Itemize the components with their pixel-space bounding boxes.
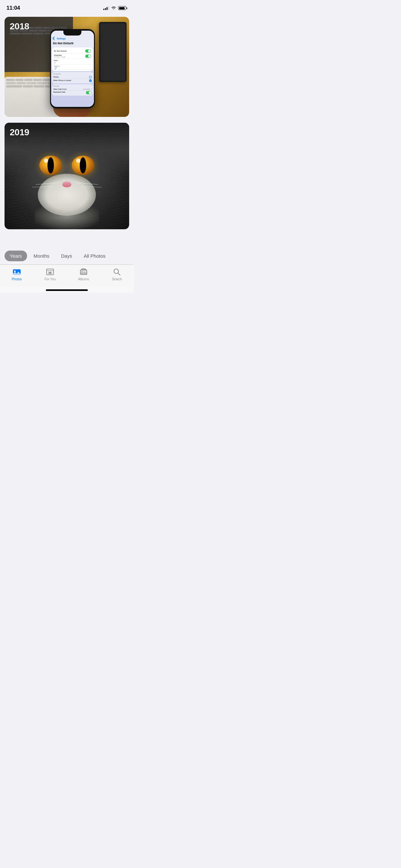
all-photos-button[interactable]: All Photos <box>79 251 111 261</box>
tab-photos-label: Photos <box>11 277 22 281</box>
signal-bars-icon <box>103 6 109 10</box>
view-selector: Years Months Days All Photos <box>0 247 134 265</box>
photos-scroll-area[interactable]: Settings Do Not Disturb Do Not Disturb <box>0 14 134 238</box>
tab-albums-label: Albums <box>78 277 89 281</box>
months-button[interactable]: Months <box>28 251 55 261</box>
albums-icon <box>79 268 88 276</box>
photo-card-2019[interactable]: 2019 <box>4 123 129 229</box>
tab-bar: Photos For You Albums <box>0 265 134 287</box>
home-bar <box>46 289 88 291</box>
status-time: 11:04 <box>6 5 20 11</box>
photo-card-2018[interactable]: Settings Do Not Disturb Do Not Disturb <box>4 17 129 117</box>
tab-for-you[interactable]: For You <box>34 268 67 281</box>
for-you-icon <box>45 268 55 276</box>
days-button[interactable]: Days <box>56 251 77 261</box>
status-icons <box>103 6 127 10</box>
tab-albums[interactable]: Albums <box>67 268 100 281</box>
tab-photos[interactable]: Photos <box>0 268 34 281</box>
years-button[interactable]: Years <box>4 251 27 261</box>
wifi-icon <box>111 6 116 10</box>
status-bar: 11:04 <box>0 0 134 14</box>
svg-line-12 <box>118 273 120 275</box>
search-icon <box>112 268 121 276</box>
tab-for-you-label: For You <box>44 277 56 281</box>
tab-search[interactable]: Search <box>100 268 134 281</box>
home-indicator <box>0 287 134 292</box>
battery-icon <box>118 6 127 10</box>
tab-search-label: Search <box>112 277 122 281</box>
svg-point-1 <box>14 271 16 272</box>
photos-icon <box>12 268 21 276</box>
year-label-2018: 2018 <box>10 21 29 32</box>
year-label-2019: 2019 <box>10 127 29 137</box>
